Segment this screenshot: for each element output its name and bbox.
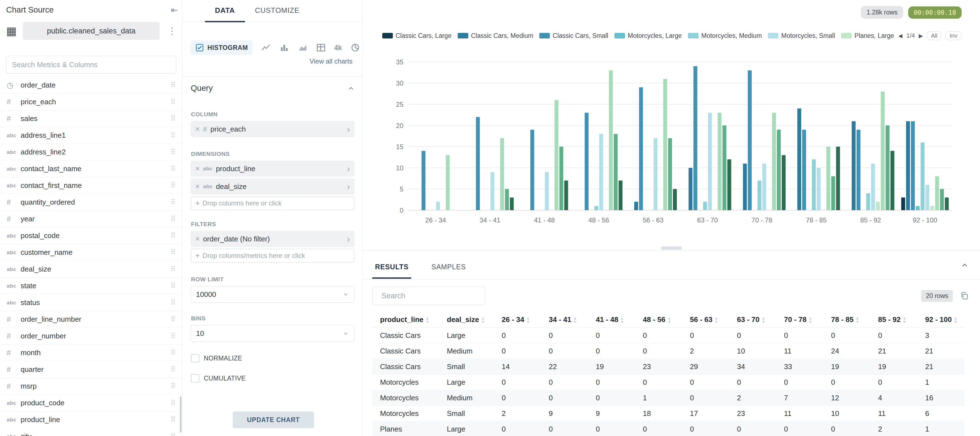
histogram-bar[interactable] xyxy=(422,151,425,210)
histogram-bar[interactable] xyxy=(585,113,589,210)
histogram-bar[interactable] xyxy=(599,134,603,210)
column-header[interactable]: 41 - 48▴▾ xyxy=(588,315,635,324)
histogram-bar[interactable] xyxy=(836,147,840,210)
legend-item[interactable]: Classic Cars, Medium xyxy=(458,32,533,40)
histogram-bar[interactable] xyxy=(871,164,875,210)
column-item[interactable]: abcproduct_code⠿ xyxy=(0,395,182,412)
legend-next-icon[interactable]: ▶ xyxy=(919,33,923,39)
copy-icon[interactable] xyxy=(960,291,969,300)
histogram-bar[interactable] xyxy=(921,142,924,210)
collapse-panel-icon[interactable]: ⇤ xyxy=(171,5,178,15)
sort-icon[interactable]: ▴▾ xyxy=(482,316,484,323)
histogram-bar[interactable] xyxy=(826,147,830,210)
column-item[interactable]: #sales⠿ xyxy=(0,110,182,127)
column-header[interactable]: 78 - 85▴▾ xyxy=(823,315,870,324)
drag-handle-icon[interactable]: ⠿ xyxy=(170,315,176,324)
results-search-input[interactable] xyxy=(381,291,480,300)
column-item[interactable]: #order_number⠿ xyxy=(0,328,182,345)
histogram-bar[interactable] xyxy=(906,121,910,210)
column-header[interactable]: 63 - 70▴▾ xyxy=(729,315,776,324)
chevron-up-icon[interactable] xyxy=(347,85,355,92)
histogram-bar[interactable] xyxy=(945,197,949,210)
caret-right-icon[interactable]: › xyxy=(347,124,350,134)
sort-icon[interactable]: ▴▾ xyxy=(955,316,957,323)
drag-handle-icon[interactable]: ⠿ xyxy=(170,215,176,223)
close-icon[interactable]: × xyxy=(195,182,200,191)
dimension-pill[interactable]: ×abcdeal_size› xyxy=(191,179,355,195)
drag-handle-icon[interactable]: ⠿ xyxy=(170,399,176,407)
tab-customize[interactable]: CUSTOMIZE xyxy=(245,0,310,22)
column-item[interactable]: abccontact_first_name⠿ xyxy=(0,177,182,194)
histogram-bar[interactable] xyxy=(816,168,821,210)
column-item[interactable]: #year⠿ xyxy=(0,211,182,227)
legend-item[interactable]: Motorcycles, Small xyxy=(768,32,835,40)
histogram-bar[interactable] xyxy=(782,155,786,210)
legend-item[interactable]: Motorcycles, Large xyxy=(614,32,682,40)
histogram-bar[interactable] xyxy=(545,172,549,210)
dataset-menu-icon[interactable]: ⋮ xyxy=(165,26,178,37)
column-pill[interactable]: ×#price_each› xyxy=(191,121,355,137)
column-header[interactable]: 26 - 34▴▾ xyxy=(494,315,541,324)
drag-handle-icon[interactable]: ⠿ xyxy=(170,332,176,340)
drag-handle-icon[interactable]: ⠿ xyxy=(170,164,176,173)
legend-item[interactable]: Motorcycles, Medium xyxy=(688,32,762,40)
cumulative-checkbox[interactable] xyxy=(191,374,199,382)
tab-data[interactable]: DATA xyxy=(205,0,245,22)
dimensions-dropzone[interactable]: + Drop columns here or click xyxy=(191,196,355,210)
histogram-bar[interactable] xyxy=(673,189,677,210)
drag-handle-icon[interactable]: ⠿ xyxy=(170,148,176,157)
sort-icon[interactable]: ▴▾ xyxy=(426,316,428,323)
close-icon[interactable]: × xyxy=(195,235,200,243)
histogram-bar[interactable] xyxy=(812,160,816,210)
sort-icon[interactable]: ▴▾ xyxy=(856,316,859,323)
results-search[interactable] xyxy=(372,287,485,305)
histogram-bar[interactable] xyxy=(446,155,450,210)
histogram-bar[interactable] xyxy=(609,70,613,210)
histogram-bar[interactable] xyxy=(564,180,568,210)
drag-handle-icon[interactable]: ⠿ xyxy=(170,382,176,391)
histogram-bar[interactable] xyxy=(911,121,915,210)
histogram-bar[interactable] xyxy=(940,189,944,210)
caret-right-icon[interactable]: › xyxy=(347,234,350,244)
column-item[interactable]: #month⠿ xyxy=(0,345,182,361)
histogram-bar[interactable] xyxy=(500,138,504,210)
histogram-bar[interactable] xyxy=(890,151,894,210)
histogram-bar[interactable] xyxy=(663,79,667,210)
drag-handle-icon[interactable]: ⠿ xyxy=(170,281,176,290)
cumulative-checkbox-row[interactable]: CUMULATIVE xyxy=(191,374,246,382)
histogram-bar[interactable] xyxy=(436,202,440,210)
histogram-bar[interactable] xyxy=(614,134,617,210)
column-item[interactable]: abccity⠿ xyxy=(0,428,182,436)
sort-icon[interactable]: ▴▾ xyxy=(574,316,576,323)
column-header[interactable]: 92 - 100▴▾ xyxy=(917,315,964,324)
histogram-bar[interactable] xyxy=(708,113,712,210)
histogram-bar[interactable] xyxy=(831,176,835,210)
histogram-bar[interactable] xyxy=(722,125,726,210)
bar-chart-icon[interactable] xyxy=(279,43,289,53)
column-item[interactable]: abcdeal_size⠿ xyxy=(0,261,182,278)
histogram-bar[interactable] xyxy=(762,164,766,210)
histogram-bar[interactable] xyxy=(772,113,776,210)
drag-handle-icon[interactable]: ⠿ xyxy=(170,131,176,140)
histogram-chart[interactable]: 0510152025303526 - 3434 - 4141 - 4848 - … xyxy=(363,42,980,237)
histogram-bar[interactable] xyxy=(694,66,697,210)
column-item[interactable]: abccontact_last_name⠿ xyxy=(0,161,182,177)
legend-item[interactable]: Classic Cars, Small xyxy=(539,32,608,40)
drag-handle-icon[interactable]: ⠿ xyxy=(170,298,176,307)
legend-all-button[interactable]: All xyxy=(927,31,942,40)
drag-handle-icon[interactable]: ⠿ xyxy=(170,81,176,89)
column-header[interactable]: deal_size▴▾ xyxy=(439,315,494,324)
histogram-bar[interactable] xyxy=(802,129,806,210)
histogram-bar[interactable] xyxy=(857,129,861,210)
filters-dropzone[interactable]: + Drop columns/metrics here or click xyxy=(191,249,355,263)
tab-samples[interactable]: SAMPLES xyxy=(428,257,469,279)
area-chart-icon[interactable] xyxy=(298,43,308,53)
histogram-bar[interactable] xyxy=(876,202,880,210)
caret-right-icon[interactable]: › xyxy=(347,182,350,192)
histogram-bar[interactable] xyxy=(935,176,939,210)
sort-icon[interactable]: ▴▾ xyxy=(904,316,906,323)
histogram-bar[interactable] xyxy=(852,121,856,210)
row-limit-select[interactable]: 10000 xyxy=(191,286,355,303)
dimension-pill[interactable]: ×abcproduct_line› xyxy=(191,161,355,177)
dataset-name[interactable]: public.cleaned_sales_data xyxy=(23,22,159,40)
